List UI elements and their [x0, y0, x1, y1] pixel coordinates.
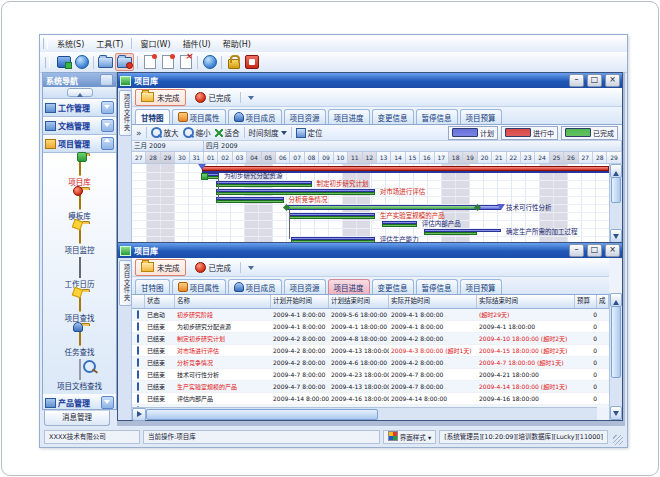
dropdown-icon[interactable]	[244, 260, 258, 274]
gantt-actual-bar[interactable]	[382, 224, 417, 227]
tab-暂停信息[interactable]: 暂停信息	[416, 279, 458, 294]
sidebar-group-collapsed[interactable]: 产品管理	[43, 394, 116, 409]
chevron-down-icon[interactable]	[101, 101, 114, 114]
table-horizontal-scrollbar[interactable]	[132, 407, 597, 420]
chevron-up-icon[interactable]	[101, 137, 114, 150]
scroll-up-icon[interactable]	[610, 293, 622, 307]
table-row[interactable]: 已结束对市场进行评估2009-4-2 8:00:002009-4-13 18:0…	[132, 345, 609, 357]
tab-甘特图[interactable]: 甘特图	[135, 279, 170, 294]
menu-item[interactable]: 插件(U)	[177, 36, 217, 51]
filter-未完成[interactable]: 未完成	[135, 259, 186, 276]
scroll-down-icon[interactable]	[610, 229, 622, 243]
chevron-up-icon[interactable]	[67, 88, 93, 97]
dropdown-icon[interactable]	[244, 90, 258, 104]
globe-button[interactable]	[73, 54, 90, 70]
desktop-button[interactable]	[55, 54, 72, 70]
sidebar-item-工作日历[interactable]: 工作日历	[43, 257, 116, 291]
sidebar-item-模板库[interactable]: 模板库	[43, 189, 116, 223]
tab-项目预算[interactable]: 项目预算	[460, 279, 502, 294]
tab-项目成员[interactable]: 项目成员	[228, 109, 282, 124]
gantt-window-titlebar[interactable]: 项目库 – □ ×	[118, 73, 622, 88]
gantt-actual-bar[interactable]	[216, 184, 311, 187]
filter-已完成[interactable]: 已完成	[189, 259, 238, 276]
close-button[interactable]: ×	[605, 74, 620, 87]
table-row[interactable]: 已结束制定初步研究计划2009-4-2 8:00:002009-4-8 18:0…	[132, 333, 609, 345]
project-folder-side-tab[interactable]: 项目文件夹	[119, 260, 132, 306]
table-row[interactable]: 已启动初步研究阶段2009-4-1 8:00:002009-5-6 18:00:…	[132, 309, 609, 321]
sidebar-item-任务查找[interactable]: 任务查找	[43, 325, 116, 359]
tab-项目资源[interactable]: 项目资源	[284, 109, 326, 124]
column-header-预算[interactable]: 预算	[575, 295, 597, 308]
tab-项目进度[interactable]: 项目进度	[328, 279, 370, 294]
close-button[interactable]: ×	[605, 244, 620, 257]
project-folder-side-tab[interactable]: 项目文件夹	[119, 90, 132, 136]
interface-style-dropdown[interactable]: 界面样式 ▾	[383, 430, 436, 444]
column-header-实际结束时间[interactable]: 实际结束时间	[477, 295, 575, 308]
chevron-down-icon[interactable]	[101, 396, 114, 409]
table-row[interactable]: 已结束为初步研究分配资源2009-4-1 8:00:002009-4-1 18:…	[132, 321, 609, 333]
locate-button[interactable]: 定位	[296, 127, 323, 138]
help-button[interactable]	[201, 54, 218, 70]
tab-暂停信息[interactable]: 暂停信息	[416, 109, 458, 124]
filter-未完成[interactable]: 未完成	[135, 89, 186, 106]
scroll-down-icon[interactable]	[610, 406, 622, 420]
doc-delete-button[interactable]	[177, 54, 194, 70]
lock-button[interactable]	[225, 54, 242, 70]
doc-edit-button[interactable]	[159, 54, 176, 70]
column-header-计划开始时间[interactable]: 计划开始时间	[271, 295, 329, 308]
sidebar-scroll-up[interactable]	[43, 87, 116, 99]
menu-item[interactable]: 系统(S)	[51, 36, 90, 51]
column-header-名称[interactable]: 名称	[175, 295, 271, 308]
restore-button[interactable]: □	[587, 74, 602, 87]
doc-new-button[interactable]	[141, 54, 158, 70]
chevron-down-icon[interactable]	[101, 119, 114, 132]
resize-grip[interactable]	[613, 435, 623, 445]
tab-变更信息[interactable]: 变更信息	[372, 279, 414, 294]
gantt-actual-bar[interactable]	[216, 192, 375, 195]
sidebar-group-collapsed[interactable]: 工作管理	[43, 99, 116, 117]
folder-active-button[interactable]	[115, 53, 134, 71]
gantt-actual-bar[interactable]	[424, 232, 477, 235]
column-header-成[interactable]: 成	[597, 295, 609, 308]
zoom-out-button[interactable]: 缩小	[183, 127, 211, 138]
sidebar-pin-icon[interactable]	[100, 74, 113, 86]
menu-item[interactable]: 窗口(W)	[134, 36, 176, 51]
exit-button[interactable]	[243, 54, 260, 70]
minimize-button[interactable]: –	[569, 74, 584, 87]
scrollbar-thumb[interactable]	[611, 306, 621, 378]
minimize-button[interactable]: –	[569, 244, 584, 257]
filter-已完成[interactable]: 已完成	[189, 89, 238, 106]
scroll-right-icon[interactable]	[132, 408, 146, 421]
table-row[interactable]: 已结束评估内部产品2009-4-14 8:00:002009-4-16 18:0…	[132, 393, 609, 405]
scrollbar-thumb[interactable]	[611, 177, 621, 203]
tab-项目资源[interactable]: 项目资源	[284, 279, 326, 294]
gantt-actual-bar[interactable]	[216, 200, 283, 203]
folder-open-button[interactable]	[97, 54, 114, 70]
sidebar-group-collapsed[interactable]: 文档管理	[43, 117, 116, 135]
table-row[interactable]: 已结束分析竞争情况2009-4-2 8:00:002009-4-6 18:00:…	[132, 357, 609, 369]
tab-项目成员[interactable]: 项目成员	[228, 279, 282, 294]
column-header-状态[interactable]: 状态	[145, 295, 175, 308]
scroll-up-icon[interactable]	[610, 164, 622, 178]
fit-button[interactable]: 适合	[215, 127, 240, 138]
sidebar-item-项目监控[interactable]: 项目监控	[43, 223, 116, 257]
table-row[interactable]: 已结束技术可行性分析2009-4-7 8:00:002009-4-23 18:0…	[132, 369, 609, 381]
gantt-actual-bar[interactable]	[289, 216, 375, 219]
scrollbar-thumb[interactable]	[146, 409, 378, 420]
toolbar-overflow-icon[interactable]: »	[136, 128, 142, 138]
zoom-in-button[interactable]: 放大	[151, 127, 179, 138]
time-scale-dropdown[interactable]: 时间刻度	[249, 127, 287, 138]
sidebar-item-项目库[interactable]: 项目库	[43, 155, 116, 189]
tab-项目属性[interactable]: 项目属性	[172, 279, 226, 294]
column-header-计划结束时间[interactable]: 计划结束时间	[329, 295, 389, 308]
tab-变更信息[interactable]: 变更信息	[372, 109, 414, 124]
table-row[interactable]: 已结束生产实验室规模的产品2009-4-7 8:00:002009-4-13 1…	[132, 381, 609, 393]
table-vertical-scrollbar[interactable]	[609, 293, 622, 420]
sidebar-item-项目文档查找[interactable]: 项目文档查找	[43, 359, 116, 393]
menu-item[interactable]: 帮助(H)	[217, 36, 257, 51]
menu-item[interactable]: 工具(T)	[90, 36, 129, 51]
table-window-titlebar[interactable]: 项目库 – □ ×	[118, 243, 622, 258]
sidebar-item-项目查找[interactable]: 项目查找	[43, 291, 116, 325]
column-header-实际开始时间[interactable]: 实际开始时间	[389, 295, 477, 308]
tab-项目属性[interactable]: 项目属性	[172, 109, 226, 124]
